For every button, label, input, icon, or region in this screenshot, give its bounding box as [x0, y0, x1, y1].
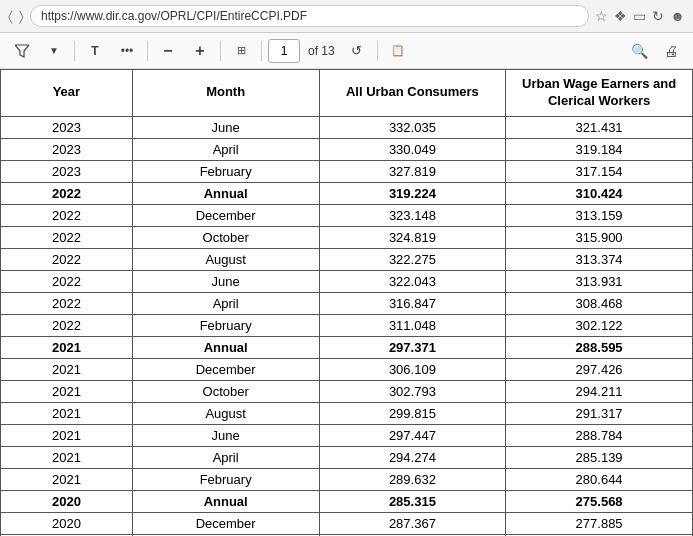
table-row: 2022August322.275313.374 — [1, 248, 693, 270]
search-btn[interactable]: 🔍 — [625, 38, 653, 64]
cell-urban_wage: 313.931 — [506, 270, 693, 292]
cell-urban_wage: 275.568 — [506, 490, 693, 512]
cell-all_urban: 330.049 — [319, 138, 506, 160]
cell-urban_wage: 277.885 — [506, 512, 693, 534]
filter-btn[interactable] — [8, 38, 36, 64]
cell-all_urban: 299.815 — [319, 402, 506, 424]
cell-month: February — [132, 314, 319, 336]
cell-month: August — [132, 248, 319, 270]
cell-all_urban: 332.035 — [319, 116, 506, 138]
cell-year: 2023 — [1, 116, 133, 138]
cell-year: 2022 — [1, 270, 133, 292]
text-btn[interactable]: T — [81, 38, 109, 64]
page-number-input[interactable] — [268, 39, 300, 63]
table-row: 2020December287.367277.885 — [1, 512, 693, 534]
back-icon[interactable]: 〈 — [8, 8, 13, 25]
page-total: of 13 — [308, 44, 335, 58]
cell-urban_wage: 308.468 — [506, 292, 693, 314]
cell-year: 2021 — [1, 468, 133, 490]
table-row: 2022February311.048302.122 — [1, 314, 693, 336]
cell-all_urban: 294.274 — [319, 446, 506, 468]
cell-all_urban: 306.109 — [319, 358, 506, 380]
cell-year: 2021 — [1, 380, 133, 402]
cell-month: April — [132, 138, 319, 160]
cell-all_urban: 316.847 — [319, 292, 506, 314]
table-row: 2021April294.274285.139 — [1, 446, 693, 468]
col-header-urban-wage: Urban Wage Earners and Clerical Workers — [506, 70, 693, 117]
url-text: https://www.dir.ca.gov/OPRL/CPI/EntireCC… — [41, 9, 307, 23]
rotate-btn[interactable]: ↺ — [343, 38, 371, 64]
cell-year: 2021 — [1, 358, 133, 380]
pdf-toolbar: ▼ T ••• − + ⊞ of 13 ↺ 📋 🔍 🖨 — [0, 33, 693, 69]
filter-down-btn[interactable]: ▼ — [40, 38, 68, 64]
cell-urban_wage: 297.426 — [506, 358, 693, 380]
cell-urban_wage: 285.139 — [506, 446, 693, 468]
sep2 — [147, 41, 148, 61]
cell-year: 2022 — [1, 292, 133, 314]
cell-urban_wage: 302.122 — [506, 314, 693, 336]
sep1 — [74, 41, 75, 61]
profile-icon[interactable]: ☻ — [670, 8, 685, 24]
table-row: 2021December306.109297.426 — [1, 358, 693, 380]
cell-urban_wage: 315.900 — [506, 226, 693, 248]
forward-icon[interactable]: 〉 — [19, 8, 24, 25]
cell-urban_wage: 280.644 — [506, 468, 693, 490]
cell-month: April — [132, 446, 319, 468]
cell-year: 2021 — [1, 446, 133, 468]
cell-year: 2022 — [1, 226, 133, 248]
cell-month: June — [132, 424, 319, 446]
more-btn[interactable]: ••• — [113, 38, 141, 64]
cell-year: 2023 — [1, 138, 133, 160]
cell-month: February — [132, 468, 319, 490]
cell-all_urban: 324.819 — [319, 226, 506, 248]
cell-month: June — [132, 270, 319, 292]
print-btn[interactable]: 🖨 — [657, 38, 685, 64]
cell-year: 2022 — [1, 204, 133, 226]
cell-month: October — [132, 226, 319, 248]
cell-urban_wage: 313.374 — [506, 248, 693, 270]
table-header-row: Year Month All Urban Consumers Urban Wag… — [1, 70, 693, 117]
extension-icon[interactable]: ❖ — [614, 8, 627, 24]
cell-month: August — [132, 402, 319, 424]
annotation-btn[interactable]: 📋 — [384, 38, 412, 64]
table-row: 2022December323.148313.159 — [1, 204, 693, 226]
cell-urban_wage: 288.784 — [506, 424, 693, 446]
sep3 — [220, 41, 221, 61]
cell-year: 2020 — [1, 490, 133, 512]
table-row: 2021October302.793294.211 — [1, 380, 693, 402]
cell-urban_wage: 288.595 — [506, 336, 693, 358]
sep4 — [261, 41, 262, 61]
cell-urban_wage: 319.184 — [506, 138, 693, 160]
cast-icon[interactable]: ▭ — [633, 8, 646, 24]
table-row: 2021August299.815291.317 — [1, 402, 693, 424]
sync-icon[interactable]: ↻ — [652, 8, 664, 24]
table-row: 2022April316.847308.468 — [1, 292, 693, 314]
svg-marker-0 — [15, 45, 29, 57]
fit-page-btn[interactable]: ⊞ — [227, 38, 255, 64]
table-row: 2021June297.447288.784 — [1, 424, 693, 446]
sep5 — [377, 41, 378, 61]
cell-month: Annual — [132, 490, 319, 512]
cell-urban_wage: 294.211 — [506, 380, 693, 402]
table-row: 2020Annual285.315275.568 — [1, 490, 693, 512]
cell-urban_wage: 310.424 — [506, 182, 693, 204]
col-header-all-urban: All Urban Consumers — [319, 70, 506, 117]
cell-all_urban: 311.048 — [319, 314, 506, 336]
table-row: 2022June322.043313.931 — [1, 270, 693, 292]
zoom-in-btn[interactable]: + — [186, 38, 214, 64]
cell-month: April — [132, 292, 319, 314]
table-row: 2023February327.819317.154 — [1, 160, 693, 182]
cell-all_urban: 302.793 — [319, 380, 506, 402]
cell-all_urban: 297.447 — [319, 424, 506, 446]
zoom-out-btn[interactable]: − — [154, 38, 182, 64]
cell-month: December — [132, 204, 319, 226]
table-row: 2023June332.035321.431 — [1, 116, 693, 138]
cell-year: 2021 — [1, 424, 133, 446]
bookmark-icon[interactable]: ☆ — [595, 8, 608, 24]
url-bar[interactable]: https://www.dir.ca.gov/OPRL/CPI/EntireCC… — [30, 5, 589, 27]
cell-all_urban: 327.819 — [319, 160, 506, 182]
cell-year: 2023 — [1, 160, 133, 182]
cell-year: 2021 — [1, 402, 133, 424]
cell-urban_wage: 313.159 — [506, 204, 693, 226]
table-row: 2021Annual297.371288.595 — [1, 336, 693, 358]
